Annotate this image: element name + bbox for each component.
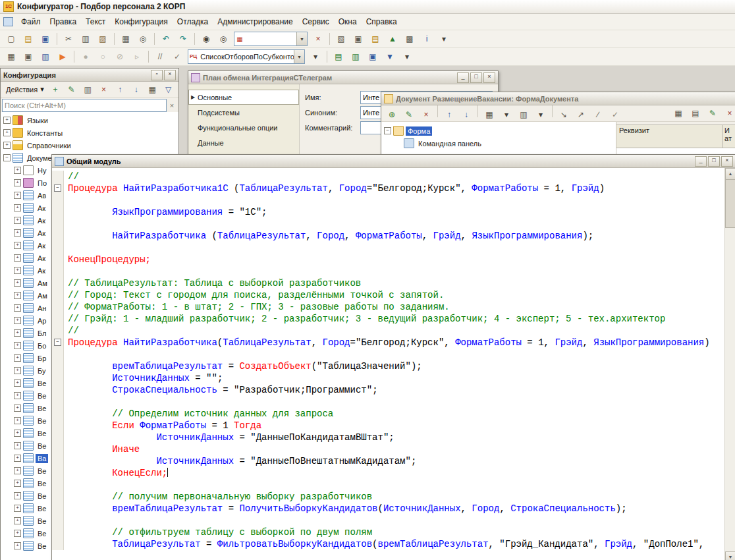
expand-toggle[interactable]: + (14, 379, 21, 387)
actions-menu-button[interactable]: Действия ▾ (3, 84, 47, 95)
expand-toggle[interactable]: + (14, 329, 21, 337)
vertical-scrollbar[interactable]: ▲ ▼ (724, 168, 735, 560)
expand-toggle[interactable]: + (14, 217, 21, 224)
tab-Подсистемы[interactable]: Подсистемы (188, 105, 299, 120)
expand-toggle[interactable]: + (14, 542, 21, 549)
expand-toggle[interactable]: + (14, 304, 21, 312)
template-button[interactable]: ▤ (368, 32, 383, 46)
open-file-button[interactable]: ▤ (20, 32, 36, 46)
procedures-combo[interactable]: РЦСписокОтборовПоСубконто▼ (188, 49, 305, 64)
menu-Сервис[interactable]: Сервис (298, 14, 334, 29)
save-button[interactable]: ▣ (38, 32, 53, 46)
expand-toggle[interactable]: + (14, 455, 21, 462)
filter-button[interactable]: ▽ (161, 82, 176, 97)
delete-element-button[interactable]: × (418, 107, 434, 122)
menu-Администрирование[interactable]: Администрирование (213, 14, 297, 29)
panel-settings-caret[interactable]: ▾ (533, 107, 549, 122)
expand-toggle[interactable]: + (14, 505, 21, 512)
menu-Окна[interactable]: Окна (334, 14, 362, 29)
undo-button[interactable]: ↶ (158, 32, 174, 46)
copy-button[interactable]: ▥ (78, 32, 94, 46)
minimize-button[interactable]: _ (457, 72, 469, 83)
table-document-button[interactable]: ▦ (3, 49, 19, 64)
info-button[interactable]: i (419, 32, 435, 46)
expand-toggle[interactable]: + (14, 467, 21, 474)
edit-object-button[interactable]: ✎ (64, 82, 79, 97)
form-constructor-button[interactable]: ▣ (20, 49, 36, 64)
continue-debug-button[interactable]: ▹ (129, 49, 145, 64)
find-next-button[interactable]: ◎ (215, 32, 231, 46)
menu-Правка[interactable]: Правка (45, 14, 82, 29)
table-settings-caret[interactable]: ▾ (499, 107, 514, 122)
disable-breakpoints-button[interactable]: ○ (95, 49, 111, 64)
sort-button[interactable]: ▦ (145, 82, 160, 97)
close-button[interactable]: × (483, 72, 495, 83)
menu-Файл[interactable]: Файл (16, 14, 45, 29)
quick-open-combo-dropdown-button[interactable]: ▼ (296, 32, 307, 45)
start-debugging-button[interactable]: ▶ (55, 49, 70, 64)
toolbar-options-button[interactable]: ▾ (436, 32, 452, 46)
expand-toggle[interactable]: + (14, 342, 21, 349)
redo-button[interactable]: ↷ (175, 32, 191, 46)
expand-toggle[interactable]: + (3, 129, 11, 136)
expand-toggle[interactable]: + (14, 492, 21, 499)
scroll-up-button[interactable]: ▲ (725, 168, 735, 180)
new-file-button[interactable]: ▢ (3, 32, 19, 46)
menu-Конфигурация[interactable]: Конфигурация (110, 14, 173, 29)
scroll-thumb[interactable] (725, 179, 735, 228)
expand-toggle[interactable]: + (14, 442, 21, 449)
maximize-button[interactable]: □ (470, 72, 482, 83)
add-object-button[interactable]: + (48, 82, 63, 97)
add-element-button[interactable]: ⊕ (384, 107, 400, 122)
expand-toggle[interactable]: + (14, 167, 21, 174)
expand-toggle[interactable]: + (14, 517, 21, 524)
expand-toggle[interactable]: − (384, 127, 391, 134)
auto-order-button[interactable]: ↗ (573, 107, 589, 122)
code-window-titlebar[interactable]: Общий модуль _ □ × (52, 155, 735, 168)
order-slash-button[interactable]: ∕ (590, 107, 606, 122)
module-check-button[interactable]: ▥ (38, 49, 53, 64)
print-button[interactable]: ▦ (118, 32, 134, 46)
panel-settings-button[interactable]: ▥ (516, 107, 531, 122)
fold-toggle[interactable]: − (54, 339, 61, 346)
expand-toggle[interactable]: + (14, 480, 21, 487)
format-painter-button[interactable]: ▧ (333, 32, 349, 46)
quick-open-combo[interactable]: ▦▼ (234, 32, 308, 46)
print-preview-button[interactable]: ◎ (135, 32, 151, 46)
attributes-grid-button[interactable]: ▦ (670, 106, 686, 121)
expand-toggle[interactable]: + (14, 530, 21, 537)
expand-toggle[interactable]: + (14, 229, 21, 237)
attribute-column-header[interactable]: Реквизит (616, 125, 723, 148)
toggle-breakpoint-button[interactable]: ● (78, 49, 94, 64)
expand-toggle[interactable]: + (14, 192, 21, 199)
module-options-button[interactable]: ▾ (399, 49, 415, 64)
format-block-button[interactable]: ▥ (348, 49, 364, 64)
secondary-column-header[interactable]: И ат (723, 125, 735, 148)
clear-combo-button[interactable]: × (310, 32, 326, 46)
tree-item-Форма[interactable]: −Форма (381, 125, 616, 137)
exchange-plan-titlebar[interactable]: План обмена ИнтеграцияСТелеграм _ □ × (188, 71, 498, 84)
tree-item-Командная панель[interactable]: +Командная панель (381, 137, 616, 150)
expand-toggle[interactable]: − (3, 154, 11, 161)
procedures-list-button[interactable]: ▾ (308, 49, 323, 64)
move-down-button[interactable]: ↓ (458, 107, 474, 122)
expand-toggle[interactable]: + (14, 292, 21, 299)
expand-toggle[interactable]: + (14, 430, 21, 437)
close-button[interactable]: × (721, 156, 733, 167)
expand-toggle[interactable]: + (14, 204, 21, 211)
document-form-titlebar[interactable]: Документ РазмещениеВакансии: ФормаДокуме… (381, 92, 735, 105)
scroll-down-button[interactable]: ▼ (725, 551, 735, 560)
maximize-button[interactable]: □ (708, 156, 720, 167)
minimize-button[interactable]: _ (695, 156, 707, 167)
expand-toggle[interactable]: + (14, 254, 21, 262)
delete-object-button[interactable]: × (96, 82, 111, 97)
check-form-button[interactable]: ✓ (607, 107, 623, 122)
menu-Отладка[interactable]: Отладка (173, 14, 213, 29)
tree-item-Справочники[interactable]: +Справочники (1, 139, 178, 152)
comment-selection-button[interactable]: // (152, 49, 168, 64)
tab-Основные[interactable]: ▶Основные (188, 90, 299, 105)
expand-toggle[interactable]: + (14, 279, 21, 287)
find-button[interactable]: ◉ (198, 32, 214, 46)
bookmark-button[interactable]: ▣ (365, 49, 381, 64)
expand-toggle[interactable]: + (14, 405, 21, 412)
